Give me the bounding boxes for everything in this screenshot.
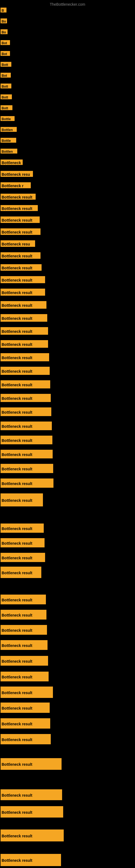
bottleneck-item-27: Bottleneck result: [1, 301, 46, 309]
bottleneck-item-5: Bot: [1, 51, 10, 56]
bottleneck-item-34: Bottleneck result: [1, 394, 51, 402]
bottleneck-item-25: Bottleneck result: [1, 276, 45, 283]
bottleneck-item-17: Bottleneck r: [1, 182, 31, 188]
bottleneck-item-3: Bo: [1, 29, 8, 34]
bottleneck-item-53: Bottleneck result: [1, 703, 50, 713]
bottleneck-item-8: Bott: [1, 84, 11, 88]
bottleneck-item-15: Bottleneck: [1, 159, 23, 165]
bottleneck-item-45: Bottleneck result: [1, 567, 41, 578]
bottleneck-item-13: Bottle: [1, 138, 16, 143]
bottleneck-item-52: Bottleneck result: [1, 686, 53, 698]
bottleneck-item-37: Bottleneck result: [1, 436, 52, 444]
bottleneck-item-4: Bot: [1, 40, 10, 45]
bottleneck-item-2: Bo: [1, 19, 7, 23]
bottleneck-item-44: Bottleneck result: [1, 553, 45, 562]
bottleneck-item-55: Bottleneck result: [1, 734, 51, 744]
bottleneck-item-7: Bot: [1, 73, 11, 78]
bottleneck-item-10: Bott: [1, 105, 12, 110]
bottleneck-item-39: Bottleneck result: [1, 464, 53, 473]
bottleneck-item-50: Bottleneck result: [1, 656, 48, 665]
bottleneck-item-47: Bottleneck result: [1, 610, 46, 620]
bottleneck-item-48: Bottleneck result: [1, 625, 47, 635]
bottleneck-item-60: Bottleneck result: [1, 854, 61, 866]
bottleneck-item-14: Bottlen: [1, 149, 17, 154]
bottleneck-item-31: Bottleneck result: [1, 353, 49, 361]
bottleneck-item-43: Bottleneck result: [1, 538, 45, 547]
bottleneck-item-22: Bottleneck resu: [1, 240, 35, 247]
bottleneck-item-33: Bottleneck result: [1, 380, 50, 389]
bottleneck-item-49: Bottleneck result: [1, 640, 48, 650]
bottleneck-item-30: Bottleneck result: [1, 340, 48, 348]
bottleneck-item-32: Bottleneck result: [1, 367, 50, 375]
bottleneck-item-41: Bottleneck result: [1, 493, 43, 506]
bottleneck-item-51: Bottleneck result: [1, 672, 49, 681]
bottleneck-item-28: Bottleneck result: [1, 314, 47, 322]
bottleneck-item-38: Bottleneck result: [1, 450, 53, 458]
bottleneck-item-42: Bottleneck result: [1, 524, 44, 533]
bottleneck-item-56: Bottleneck result: [1, 758, 61, 770]
bottleneck-item-11: Bottle: [1, 116, 14, 121]
bottleneck-item-57: Bottleneck result: [1, 789, 62, 800]
bottleneck-item-6: Bott: [1, 62, 11, 67]
bottleneck-item-35: Bottleneck result: [1, 407, 51, 416]
bottleneck-item-46: Bottleneck result: [1, 595, 46, 604]
bottleneck-item-54: Bottleneck result: [1, 718, 50, 728]
bottleneck-item-29: Bottleneck result: [1, 327, 48, 335]
bottleneck-item-26: Bottleneck result: [1, 289, 45, 296]
bottleneck-item-19: Bottleneck result: [1, 205, 38, 211]
bottleneck-item-24: Bottleneck result: [1, 264, 42, 271]
bottleneck-item-59: Bottleneck result: [1, 830, 64, 841]
bottleneck-item-40: Bottleneck result: [1, 478, 53, 488]
bottleneck-item-9: Bott: [1, 94, 12, 99]
bottleneck-item-20: Bottleneck result: [1, 216, 40, 223]
bottleneck-item-23: Bottleneck result: [1, 252, 41, 259]
bottleneck-item-18: Bottleneck result: [1, 194, 36, 199]
bottleneck-item-36: Bottleneck result: [1, 422, 52, 430]
bottleneck-item-21: Bottleneck result: [1, 228, 41, 235]
bottleneck-item-16: Bottleneck resu: [1, 171, 33, 177]
site-title: TheBottlenecker.com: [50, 2, 85, 6]
bottleneck-item-1: B: [1, 8, 6, 12]
bottleneck-item-12: Bottlen: [1, 127, 17, 132]
bottleneck-item-58: Bottleneck result: [1, 806, 63, 817]
